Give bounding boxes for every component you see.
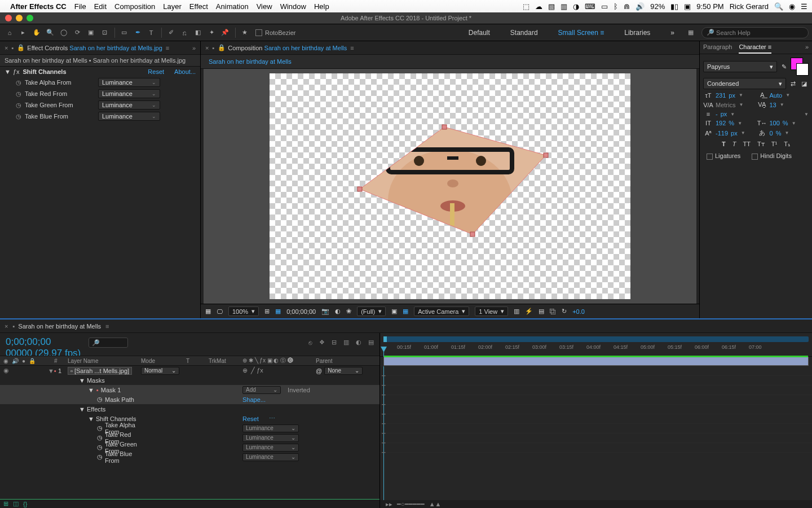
font-size-field[interactable]: τT231px▼ (703, 92, 755, 99)
work-area-bar[interactable] (383, 336, 809, 342)
time-ruler[interactable]: 00:15f01:00f01:15f02:00f02:15f03:00f03:1… (380, 344, 812, 357)
stopwatch-icon[interactable]: ◷ (16, 79, 23, 86)
mask-mode-dropdown[interactable]: Add⌄ (242, 386, 281, 394)
orbit-tool-icon[interactable]: ◯ (58, 27, 70, 39)
property-dropdown[interactable]: Luminance⌄ (98, 89, 160, 98)
clone-tool-icon[interactable]: ⎌ (178, 27, 191, 39)
keyframe-marker-icon[interactable]: ⎯ (382, 408, 386, 411)
property-dropdown[interactable]: Luminance⌄ (242, 444, 299, 452)
property-dropdown[interactable]: Luminance⌄ (242, 424, 299, 432)
type-tool-icon[interactable]: T (145, 27, 157, 39)
baseline-shift-field[interactable]: Aª-119px▼ (703, 130, 755, 137)
effect-property-row[interactable]: ◷ Take Blue FromLuminance⌄ (0, 452, 379, 462)
menu-file[interactable]: File (74, 2, 86, 11)
menu-help[interactable]: Help (314, 2, 329, 11)
volume-icon[interactable]: 🔊 (636, 2, 645, 11)
font-family-dropdown[interactable]: Papyrus▾ (703, 61, 777, 72)
property-dropdown[interactable]: Luminance⌄ (98, 78, 160, 87)
superscript-button[interactable]: T¹ (771, 141, 777, 148)
shy-icon[interactable]: ⊟ (332, 339, 337, 346)
mask-row[interactable]: ▼ ▪ Mask 1Add⌄ Inverted (0, 385, 379, 395)
panel-menu-icon[interactable]: ≡ (105, 323, 109, 330)
wifi-icon[interactable]: ⋒ (624, 2, 630, 11)
visibility-toggle[interactable]: ◉ (3, 367, 9, 374)
menu-animation[interactable]: Animation (216, 2, 249, 11)
maximize-window-button[interactable] (27, 15, 33, 21)
cc-icon[interactable]: ☁︎ (535, 2, 542, 11)
tracking-field[interactable]: VA̱13▼ (757, 101, 809, 108)
blend-mode-dropdown[interactable]: Normal⌄ (141, 367, 179, 375)
av-toggle-icon[interactable]: ◉ (3, 358, 8, 364)
tab-paragraph[interactable]: Paragraph (703, 43, 732, 54)
tray2-icon[interactable]: ◑ (573, 2, 579, 11)
current-timecode[interactable]: 0;00;00;00 (6, 336, 81, 348)
battery-icon[interactable]: ▮▯ (670, 2, 678, 11)
draft3d-icon[interactable]: ❖ (319, 339, 325, 346)
faux-italic-button[interactable]: T (732, 141, 736, 148)
close-tab-icon[interactable]: × (5, 45, 8, 51)
star-icon[interactable]: ★ (239, 27, 251, 39)
workspace-settings-icon[interactable]: ▦ (685, 27, 697, 39)
channel-icon[interactable]: ◐ (335, 308, 341, 315)
default-colors-icon[interactable]: ◪ (800, 80, 809, 87)
pen-tool-icon[interactable]: ✒ (131, 27, 144, 39)
lock-icon[interactable]: 🔒 (17, 44, 25, 51)
kerning-field[interactable]: V/AMetrics▼ (703, 102, 755, 108)
colormgmt-icon[interactable]: ❀ (346, 308, 351, 315)
keyframe-marker-icon[interactable]: ⎯ (382, 379, 386, 383)
tab-character[interactable]: Character ≡ (739, 43, 771, 54)
reset-link[interactable]: Reset (242, 415, 259, 422)
timeline-tab[interactable]: Sarah on her birthday at Mells (18, 323, 101, 330)
stopwatch-icon[interactable]: ◷ (97, 453, 103, 461)
pan-behind-tool-icon[interactable]: ⊡ (98, 27, 111, 39)
eyedropper-icon[interactable]: ✎ (779, 63, 788, 71)
timeline-tracks[interactable]: 00:15f01:00f01:15f02:00f02:15f03:00f03:1… (380, 333, 812, 508)
selection-tool-icon[interactable]: ▸ (17, 27, 29, 39)
keyframe-marker-icon[interactable]: ⎯ (382, 446, 386, 450)
workspace-libraries[interactable]: Libraries (614, 29, 660, 37)
toggle-modes-icon[interactable]: ◫ (13, 500, 19, 507)
tsume-field[interactable]: あ0%▼ (757, 129, 809, 137)
display-icon[interactable]: ▭ (601, 2, 608, 11)
parent-dropdown[interactable]: None⌄ (324, 367, 363, 375)
zoom-tool-icon[interactable]: 🔍 (44, 27, 56, 39)
property-dropdown[interactable]: Luminance⌄ (98, 112, 160, 121)
effect-reset-link[interactable]: Reset (148, 68, 164, 75)
camera-dropdown[interactable]: Active Camera▾ (414, 306, 469, 316)
nvidia-icon[interactable]: ▧ (548, 2, 555, 11)
effect-property-row[interactable]: ◷ Take Alpha FromLuminance⌄ (0, 423, 379, 433)
color-swatch[interactable] (791, 58, 809, 76)
effect-about-link[interactable]: About... (174, 68, 196, 75)
toggle-switches-icon[interactable]: ⊞ (3, 500, 8, 507)
transparency-grid-icon[interactable]: ▦ (275, 308, 281, 315)
render-queue-icon[interactable]: {} (23, 501, 27, 507)
lock-col-icon[interactable]: 🔒 (29, 358, 36, 364)
stopwatch-icon[interactable]: ◷ (97, 396, 103, 403)
composition-viewer[interactable] (204, 69, 696, 304)
fast-preview-icon[interactable]: ⚡ (525, 308, 533, 315)
tray-icon[interactable]: ▥ (561, 2, 567, 11)
stopwatch-icon[interactable]: ◷ (16, 102, 23, 109)
hand-tool-icon[interactable]: ✋ (30, 27, 43, 39)
dropbox-icon[interactable]: ⬚ (523, 2, 529, 11)
lock-icon[interactable]: 🔒 (218, 44, 226, 51)
graph-editor-icon[interactable]: ▤ (368, 339, 374, 346)
close-tab-icon[interactable]: × (205, 45, 209, 51)
swap-colors-icon[interactable]: ⇄ (788, 80, 797, 87)
snapshot-icon[interactable]: 📷 (321, 308, 329, 315)
panel-menu-icon[interactable]: ≡ (350, 45, 354, 51)
vertical-scale-field[interactable]: IT192%▼ (703, 120, 755, 126)
motion-blur-icon[interactable]: ◐ (356, 339, 361, 346)
effect-property-row[interactable]: ◷ Take Green FromLuminance⌄ (0, 443, 379, 452)
roto-tool-icon[interactable]: ✦ (205, 27, 218, 39)
frame-blend-icon[interactable]: ▥ (343, 339, 349, 346)
masks-group-row[interactable]: ▼ Masks (0, 375, 379, 385)
panel-expand-icon[interactable]: » (805, 43, 809, 54)
horizontal-scale-field[interactable]: T↔100%▼ (757, 120, 809, 126)
panel-menu-icon[interactable]: ≡ (166, 45, 169, 51)
menu-view[interactable]: View (257, 2, 272, 11)
reset-exposure-icon[interactable]: ↻ (562, 308, 567, 315)
menu-effect[interactable]: Effect (189, 2, 208, 11)
minimize-window-button[interactable] (16, 15, 23, 21)
exposure-value[interactable]: +0.0 (572, 308, 585, 315)
